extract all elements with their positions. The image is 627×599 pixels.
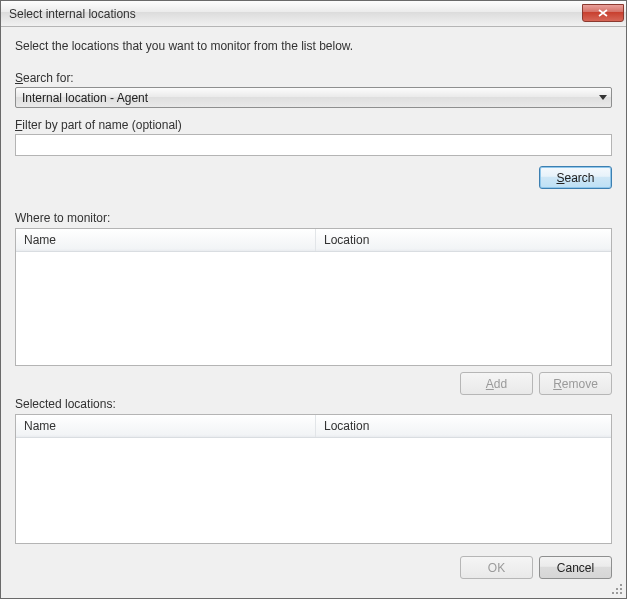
svg-rect-2 (620, 588, 622, 590)
filter-input[interactable] (15, 134, 612, 156)
svg-rect-5 (620, 592, 622, 594)
where-to-monitor-list[interactable]: Name Location (15, 228, 612, 366)
filter-label: Filter by part of name (optional) (15, 118, 612, 132)
instructions-text: Select the locations that you want to mo… (15, 39, 612, 53)
add-button: Add (460, 372, 533, 395)
close-icon (598, 6, 608, 20)
dropdown-selected-value: Internal location - Agent (22, 91, 599, 105)
column-header-name[interactable]: Name (16, 415, 316, 437)
list-body (16, 252, 611, 365)
column-header-name[interactable]: Name (16, 229, 316, 251)
resize-grip-icon[interactable] (610, 582, 624, 596)
add-remove-row: Add Remove (15, 372, 612, 395)
remove-button: Remove (539, 372, 612, 395)
chevron-down-icon (599, 95, 607, 101)
list-body (16, 438, 611, 543)
column-header-location[interactable]: Location (316, 229, 611, 251)
svg-rect-1 (616, 588, 618, 590)
titlebar: Select internal locations (1, 1, 626, 27)
ok-button: OK (460, 556, 533, 579)
list-header: Name Location (16, 229, 611, 252)
search-button-row: Search (15, 166, 612, 189)
search-for-label: Search for: (15, 71, 612, 85)
svg-rect-3 (612, 592, 614, 594)
dialog-button-row: OK Cancel (15, 556, 612, 579)
cancel-button[interactable]: Cancel (539, 556, 612, 579)
svg-rect-4 (616, 592, 618, 594)
list-header: Name Location (16, 415, 611, 438)
dialog-window: Select internal locations Select the loc… (0, 0, 627, 599)
selected-locations-label: Selected locations: (15, 397, 612, 411)
search-for-dropdown[interactable]: Internal location - Agent (15, 87, 612, 108)
column-header-location[interactable]: Location (316, 415, 611, 437)
selected-locations-list[interactable]: Name Location (15, 414, 612, 544)
dialog-content: Select the locations that you want to mo… (1, 27, 626, 598)
svg-rect-0 (620, 584, 622, 586)
search-button[interactable]: Search (539, 166, 612, 189)
close-button[interactable] (582, 4, 624, 22)
dialog-title: Select internal locations (9, 7, 582, 21)
where-to-monitor-label: Where to monitor: (15, 211, 612, 225)
